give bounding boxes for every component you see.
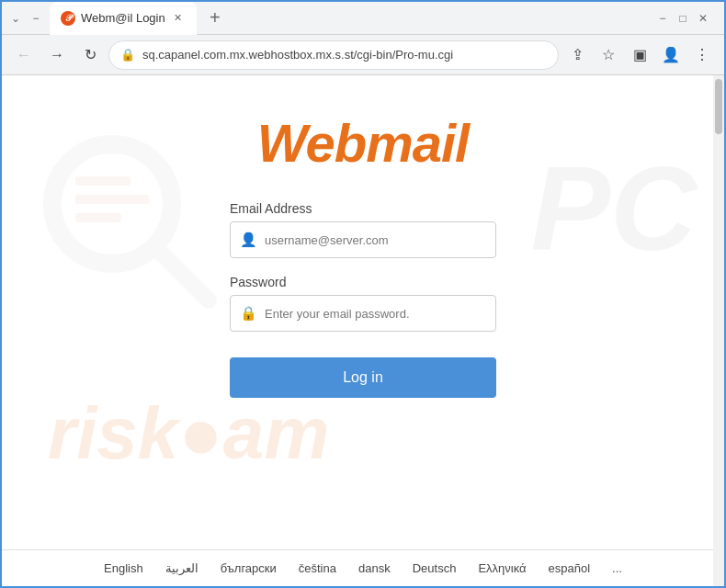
lock-icon: 🔒 (120, 48, 135, 62)
email-label: Email Address (230, 201, 496, 216)
refresh-button[interactable]: ↻ (75, 40, 105, 70)
password-form-group: Password 🔒 (230, 275, 496, 332)
chevron-up-icon[interactable]: − (29, 12, 42, 25)
lang-czech[interactable]: čeština (299, 561, 336, 575)
address-bar[interactable]: 🔒 sq.capanel.com.mx.webhostbox.mx.s.st/c… (108, 40, 559, 70)
close-button[interactable]: ✕ (697, 12, 709, 25)
maximize-button[interactable]: □ (676, 12, 689, 25)
nav-bar: ← → ↻ 🔒 sq.capanel.com.mx.webhostbox.mx.… (2, 35, 724, 75)
login-container: Webmail Email Address 👤 Password 🔒 Lo (2, 75, 724, 398)
lang-spanish[interactable]: español (549, 561, 591, 575)
lang-more-button[interactable]: ... (612, 561, 622, 575)
page-content: PC risk●am Webmail Email Address 👤 Passw… (2, 75, 724, 586)
lang-german[interactable]: Deutsch (413, 561, 457, 575)
tab-title: Webm@il Login (81, 11, 165, 25)
bookmark-button[interactable]: ☆ (594, 40, 623, 70)
browser-window: ⌄ − 𝒫 Webm@il Login ✕ + − □ ✕ ← → ↻ 🔒 sq… (0, 0, 726, 588)
lang-greek[interactable]: Ελληνικά (478, 561, 526, 575)
menu-button[interactable]: ⋮ (687, 40, 717, 70)
webmail-logo: Webmail (257, 112, 469, 174)
language-bar: English العربية български čeština dansk … (2, 549, 724, 586)
profile-button[interactable]: 👤 (656, 40, 686, 70)
lang-english[interactable]: English (104, 561, 143, 575)
title-bar: ⌄ − 𝒫 Webm@il Login ✕ + − □ ✕ (2, 2, 724, 35)
email-form-group: Email Address 👤 (230, 201, 496, 258)
risk-watermark-text: risk●am (48, 391, 329, 476)
back-button[interactable]: ← (9, 40, 39, 70)
login-page: PC risk●am Webmail Email Address 👤 Passw… (2, 75, 724, 549)
person-icon: 👤 (240, 232, 257, 248)
new-tab-button[interactable]: + (202, 6, 228, 31)
address-text: sq.capanel.com.mx.webhostbox.mx.s.st/cgi… (142, 48, 547, 62)
chevron-down-icon[interactable]: ⌄ (9, 12, 22, 25)
tab-area: 𝒫 Webm@il Login ✕ + (50, 2, 228, 35)
tab-close-button[interactable]: ✕ (171, 11, 186, 26)
nav-actions: ⇪ ☆ ▣ 👤 ⋮ (562, 40, 717, 70)
lang-danish[interactable]: dansk (358, 561, 391, 575)
password-input[interactable] (265, 307, 486, 321)
forward-button[interactable]: → (42, 40, 72, 70)
password-input-wrapper: 🔒 (230, 295, 496, 332)
password-label: Password (230, 275, 496, 289)
lock-input-icon: 🔒 (240, 305, 257, 322)
extension-button[interactable]: ▣ (625, 40, 654, 70)
window-controls: − □ ✕ (656, 12, 717, 25)
email-input-wrapper: 👤 (230, 221, 496, 258)
lang-bulgarian[interactable]: български (221, 561, 277, 575)
title-bar-left: ⌄ − 𝒫 Webm@il Login ✕ + (9, 2, 656, 35)
login-button[interactable]: Log in (230, 357, 496, 398)
minimize-button[interactable]: − (656, 12, 669, 25)
tab-favicon-icon: 𝒫 (61, 11, 75, 26)
active-tab[interactable]: 𝒫 Webm@il Login ✕ (50, 2, 197, 35)
email-input[interactable] (265, 233, 486, 247)
share-button[interactable]: ⇪ (562, 40, 592, 70)
lang-arabic[interactable]: العربية (165, 561, 199, 575)
